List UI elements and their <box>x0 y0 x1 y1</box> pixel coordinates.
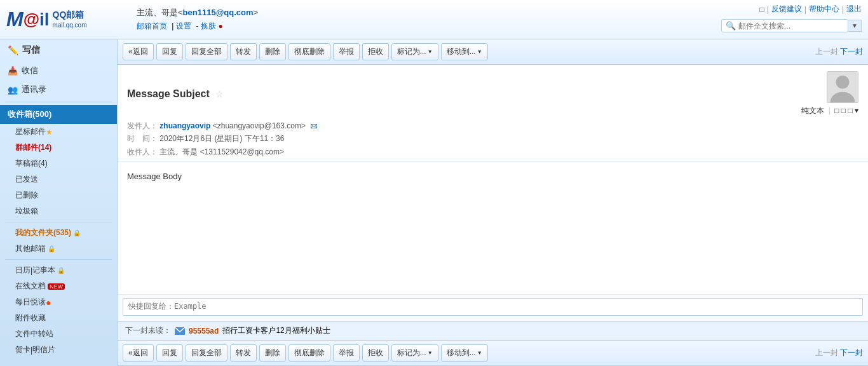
inbox-action-icon: 📥 <box>8 66 18 76</box>
delete-button[interactable]: 删除 <box>259 43 286 60</box>
mail-svg-icon <box>175 327 185 335</box>
help-link[interactable]: 帮助中心 <box>809 4 839 15</box>
inbox-link[interactable]: 邮箱首页 <box>137 22 167 30</box>
sidebar-item-group[interactable]: 群邮件(14) <box>0 140 117 156</box>
sidebar-item-online-doc[interactable]: 在线文档 NEW <box>0 278 117 294</box>
message-meta: 发件人： zhuangyaovip <zhuangyaovip@163.com>… <box>127 119 858 158</box>
top-right-links: □ | 反馈建议 | 帮助中心 | 退出 <box>759 4 862 15</box>
reply-button[interactable]: 回复 <box>156 43 183 60</box>
attachments-label: 附件收藏 <box>15 313 46 323</box>
sidebar-item-inbox-action[interactable]: 📥 收信 <box>0 61 117 80</box>
daily-read-label: 每日悦读 <box>15 297 46 308</box>
sidebar-item-other-mailbox[interactable]: 其他邮箱 🔒 <box>0 241 117 257</box>
sidebar-item-trash[interactable]: 垃圾箱 <box>0 203 117 219</box>
sidebar-item-contacts[interactable]: 👥 通讯录 <box>0 80 117 99</box>
greeting-suffix: > <box>254 8 259 17</box>
sidebar-item-drafts[interactable]: 草稿箱(4) <box>0 156 117 172</box>
mark-as-button-bottom[interactable]: 标记为... ▼ <box>391 344 438 362</box>
skin-link[interactable]: 换肤 <box>201 22 216 30</box>
logo-qq-mail: QQ邮箱 <box>53 10 85 20</box>
search-bar: 🔍 ▼ <box>721 19 862 32</box>
quick-reply-input[interactable] <box>123 298 863 316</box>
sidebar-item-daily-read[interactable]: 每日悦读 ● <box>0 294 117 310</box>
back-button[interactable]: «返回 <box>123 43 154 60</box>
view-btn-3[interactable]: □ <box>848 106 852 115</box>
svg-point-1 <box>831 92 855 102</box>
sidebar-item-compose[interactable]: ✏️ 写信 <box>0 39 117 61</box>
time-row: 时 间： 2020年12月6日 (星期日) 下午11：36 <box>127 132 858 145</box>
reply-all-button-bottom[interactable]: 回复全部 <box>186 344 227 362</box>
next-mail-label: 下一封未读： <box>125 325 171 336</box>
permanent-delete-button[interactable]: 彻底删除 <box>288 43 330 60</box>
calendar-label: 日历 <box>15 265 31 276</box>
permanent-delete-button-bottom[interactable]: 彻底删除 <box>288 344 330 362</box>
daily-read-dot: ● <box>46 297 51 308</box>
sidebar-item-calendar[interactable]: 日历 | 记事本 🔒 <box>0 262 117 278</box>
mark-as-button[interactable]: 标记为... ▼ <box>391 43 438 60</box>
forward-button[interactable]: 转发 <box>230 43 257 60</box>
message-header: Message Subject ☆ 纯文本 | <box>118 65 868 162</box>
move-to-button-bottom[interactable]: 移动到... ▼ <box>441 344 488 362</box>
starred-label: 星标邮件 <box>15 126 46 137</box>
my-folders-label: 我的文件夹(535) <box>15 227 71 238</box>
sidebar-item-file-transfer[interactable]: 文件中转站 <box>0 326 117 342</box>
subject-area: Message Subject ☆ <box>127 88 224 100</box>
sidebar-divider-1 <box>5 102 112 102</box>
feedback-link[interactable]: 反馈建议 <box>771 4 802 15</box>
user-email: ben1115@qq.com <box>183 8 254 17</box>
sidebar-item-deleted[interactable]: 已删除 <box>0 187 117 203</box>
prev-label-bottom: 上一封 <box>815 348 838 357</box>
reject-button-bottom[interactable]: 拒收 <box>362 344 389 362</box>
reject-button[interactable]: 拒收 <box>362 43 389 60</box>
view-btn-2[interactable]: □ <box>841 106 846 115</box>
sidebar-item-card[interactable]: 贺卡 | 明信片 <box>0 342 117 358</box>
mail-icon <box>175 327 185 335</box>
delete-button-bottom[interactable]: 删除 <box>259 344 286 362</box>
sidebar: ✏️ 写信 📥 收信 👥 通讯录 收件箱(500) 星标邮件 ★ 群邮件(14) <box>0 39 118 366</box>
next-link[interactable]: 下一封 <box>840 47 863 56</box>
sidebar-item-sent[interactable]: 已发送 <box>0 172 117 187</box>
sender-name[interactable]: zhuangyaovip <box>159 121 210 130</box>
search-input[interactable] <box>738 22 840 30</box>
quick-reply <box>118 295 868 322</box>
reply-button-bottom[interactable]: 回复 <box>156 344 183 362</box>
message-subject-line: Message Subject ☆ 纯文本 | <box>127 71 858 116</box>
report-button-bottom[interactable]: 举报 <box>333 344 360 362</box>
mark-as-chevron-bottom: ▼ <box>428 350 433 356</box>
bottom-toolbar: «返回 回复 回复全部 转发 删除 彻底删除 举报 拒收 标记为... ▼ 移动… <box>118 341 868 366</box>
forward-button-bottom[interactable]: 转发 <box>230 344 257 362</box>
next-link-bottom[interactable]: 下一封 <box>840 348 863 357</box>
svg-point-0 <box>836 76 849 89</box>
deleted-label: 已删除 <box>15 190 38 201</box>
top-toolbar: «返回 回复 回复全部 转发 删除 彻底删除 举报 拒收 标记为... ▼ 移动… <box>118 39 868 65</box>
move-to-chevron: ▼ <box>477 49 482 55</box>
header: M @ il QQ邮箱 mail.qq.com 主流、哥是<ben1115@qq… <box>0 0 868 39</box>
plain-text-link[interactable]: 纯文本 <box>801 106 824 115</box>
sender-icon-btn[interactable]: 🖂 <box>310 122 317 130</box>
logout-link[interactable]: 退出 <box>846 4 862 15</box>
file-transfer-label: 文件中转站 <box>15 329 53 339</box>
sender-email: <zhuangyaovip@163.com> <box>213 121 306 130</box>
message-subject: Message Subject <box>127 88 210 99</box>
next-mail-preview: 下一封未读： 95555ad 招行工资卡客户12月福利小贴士 <box>118 322 868 341</box>
group-label: 群邮件(14) <box>15 142 51 153</box>
sidebar-item-my-folders[interactable]: 我的文件夹(535) 🔒 <box>0 225 117 241</box>
sidebar-item-attachments[interactable]: 附件收藏 <box>0 310 117 326</box>
report-button[interactable]: 举报 <box>333 43 360 60</box>
view-sep-1: | <box>829 106 832 115</box>
settings-link[interactable]: 设置 <box>176 22 191 30</box>
search-dropdown-button[interactable]: ▼ <box>848 20 862 32</box>
back-button-bottom[interactable]: «返回 <box>123 344 154 362</box>
sidebar-item-inbox-count[interactable]: 收件箱(500) <box>0 105 117 124</box>
view-dropdown[interactable]: ▾ <box>855 106 858 115</box>
toolbar-nav-bottom: 上一封 下一封 <box>815 348 863 358</box>
sidebar-item-starred[interactable]: 星标邮件 ★ <box>0 124 117 140</box>
message-body-text: Message Body <box>127 172 858 181</box>
reply-all-button[interactable]: 回复全部 <box>186 43 227 60</box>
move-to-chevron-bottom: ▼ <box>477 350 482 356</box>
move-to-button[interactable]: 移动到... ▼ <box>441 43 488 60</box>
star-button[interactable]: ☆ <box>215 89 224 99</box>
view-btn-1[interactable]: □ <box>834 106 839 115</box>
avatar <box>827 71 858 103</box>
next-mail-sender[interactable]: 95555ad <box>189 327 219 336</box>
